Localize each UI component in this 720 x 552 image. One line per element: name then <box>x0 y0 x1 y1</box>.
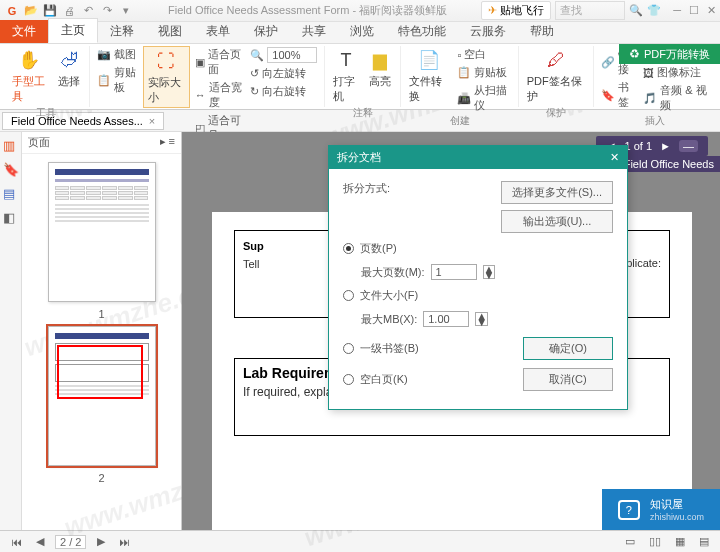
close-icon[interactable]: ✕ <box>707 4 716 17</box>
bookmarks-panel-icon[interactable]: 🔖 <box>3 162 19 178</box>
select-tool-button[interactable]: ⮰选择 <box>53 46 85 91</box>
view-mode-1-icon[interactable]: ▭ <box>622 535 638 548</box>
open-icon[interactable]: 📂 <box>23 3 39 19</box>
radio-blank[interactable]: 空白页(K) <box>343 372 408 387</box>
tab-cloud[interactable]: 云服务 <box>458 20 518 43</box>
tab-file[interactable]: 文件 <box>0 20 48 43</box>
rotate-right-button[interactable]: ↻向右旋转 <box>247 83 320 100</box>
brand-overlay[interactable]: ? 知识屋 zhishiwu.com <box>602 489 720 530</box>
more-files-button[interactable]: 选择更多文件(S)... <box>501 181 613 204</box>
first-page-icon[interactable]: ⏮ <box>8 536 25 548</box>
search-input[interactable]: 查找 <box>555 1 625 20</box>
zoom-control[interactable]: 🔍 100% <box>247 46 320 64</box>
max-mb-input[interactable]: 1.00 <box>423 311 469 327</box>
output-options-button[interactable]: 输出选项(U)... <box>501 210 613 233</box>
method-label: 拆分方式: <box>343 181 390 196</box>
view-mode-3-icon[interactable]: ▦ <box>672 535 688 548</box>
minimize-icon[interactable]: ─ <box>673 4 681 17</box>
view-mode-4-icon[interactable]: ▤ <box>696 535 712 548</box>
tab-protect[interactable]: 保护 <box>242 20 290 43</box>
tab-home[interactable]: 主页 <box>48 18 98 43</box>
tab-view[interactable]: 视图 <box>146 20 194 43</box>
max-pages-label: 最大页数(M): <box>361 265 425 280</box>
save-icon[interactable]: 💾 <box>42 3 58 19</box>
max-mb-label: 最大MB(X): <box>361 312 417 327</box>
radio-bookmark[interactable]: 一级书签(B) <box>343 341 419 356</box>
tab-browse[interactable]: 浏览 <box>338 20 386 43</box>
layers-panel-icon[interactable]: ▤ <box>3 186 19 202</box>
last-page-icon[interactable]: ⏭ <box>116 536 133 548</box>
radio-icon <box>343 374 354 385</box>
fit-width-button[interactable]: ↔适合宽度 <box>192 79 246 111</box>
cancel-button[interactable]: 取消(C) <box>523 368 613 391</box>
collapse-icon[interactable]: — <box>679 140 698 152</box>
spinner-icon[interactable]: ▲▼ <box>475 312 488 326</box>
tab-form[interactable]: 表单 <box>194 20 242 43</box>
bookmark-button[interactable]: 🔖书签 <box>598 79 638 111</box>
pdf-convert-banner[interactable]: ♻ PDF万能转换 <box>619 44 720 64</box>
fly-button[interactable]: ✈贴地飞行 <box>481 1 551 20</box>
thumb-2-number: 2 <box>98 472 104 484</box>
group-insert-label: 插入 <box>645 114 665 129</box>
ok-button[interactable]: 确定(O) <box>523 337 613 360</box>
radio-filesize[interactable]: 文件大小(F) <box>343 288 613 303</box>
camera-icon: 📷 <box>97 48 111 61</box>
spinner-icon[interactable]: ▲▼ <box>483 265 496 279</box>
print-icon[interactable]: 🖨 <box>61 3 77 19</box>
status-bar: ⏮ ◀ 2 / 2 ▶ ⏭ ▭ ▯▯ ▦ ▤ <box>0 530 720 552</box>
viewport-indicator[interactable] <box>57 345 143 399</box>
blank-icon: ▫ <box>457 49 461 61</box>
group-protect-label: 保护 <box>546 106 566 121</box>
image-note-button[interactable]: 🖼图像标注 <box>640 64 712 81</box>
page-number-input[interactable]: 2 / 2 <box>55 535 86 549</box>
attachments-panel-icon[interactable]: ◧ <box>3 210 19 226</box>
brand-url: zhishiwu.com <box>650 512 704 522</box>
pages-panel-icon[interactable]: ▥ <box>3 138 19 154</box>
skin-icon[interactable]: 👕 <box>647 4 661 17</box>
group-create-label: 创建 <box>450 114 470 129</box>
clipboard-button[interactable]: 📋剪贴板 <box>94 64 141 96</box>
ribbon-tabs: 文件 主页 注释 视图 表单 保护 共享 浏览 特色功能 云服务 帮助 <box>0 22 720 44</box>
clipboard2-button[interactable]: 📋剪贴板 <box>454 64 513 81</box>
image-icon: 🖼 <box>643 67 654 79</box>
maximize-icon[interactable]: ☐ <box>689 4 699 17</box>
pdf-sign-button[interactable]: 🖊PDF签名保护 <box>523 46 589 106</box>
blank-button[interactable]: ▫空白 <box>454 46 513 63</box>
thumbnail-2[interactable] <box>48 326 156 466</box>
dialog-close-icon[interactable]: ✕ <box>610 151 619 164</box>
group-comment-label: 注释 <box>353 106 373 121</box>
actual-size-button[interactable]: ⛶实际大小 <box>143 46 190 108</box>
link-icon: 🔗 <box>601 56 615 69</box>
title-bar: G 📂 💾 🖨 ↶ ↷ ▾ Field Office Needs Assessm… <box>0 0 720 22</box>
undo-icon[interactable]: ↶ <box>80 3 96 19</box>
dialog-titlebar[interactable]: 拆分文档 ✕ <box>329 146 627 169</box>
thumbnails-panel: 页面 ▸ ≡ 1 2 <box>22 132 182 530</box>
prev-page-icon[interactable]: ◀ <box>33 535 47 548</box>
hand-tool-button[interactable]: ✋手型工具 <box>8 46 51 106</box>
redo-icon[interactable]: ↷ <box>99 3 115 19</box>
tab-extra[interactable]: 特色功能 <box>386 20 458 43</box>
radio-pages[interactable]: 页数(P) <box>343 241 613 256</box>
scanner-button[interactable]: 📠从扫描仪 <box>454 82 513 114</box>
thumbs-header: 页面 <box>28 135 50 150</box>
search-icon[interactable]: 🔍 <box>629 4 643 17</box>
typewriter-button[interactable]: T打字机 <box>329 46 362 106</box>
brand-icon: ? <box>618 500 640 520</box>
tab-help[interactable]: 帮助 <box>518 20 566 43</box>
window-title: Field Office Needs Assessment Form - 福昕阅… <box>134 3 481 18</box>
max-pages-input[interactable]: 1 <box>431 264 477 280</box>
fit-page-button[interactable]: ▣适合页面 <box>192 46 246 78</box>
audio-video-button[interactable]: 🎵音频 & 视频 <box>640 82 712 114</box>
snapshot-button[interactable]: 📷截图 <box>94 46 141 63</box>
thumbnail-1[interactable] <box>48 162 156 302</box>
qat-more-icon[interactable]: ▾ <box>118 3 134 19</box>
next-page-icon[interactable]: ► <box>660 140 671 152</box>
view-mode-2-icon[interactable]: ▯▯ <box>646 535 664 548</box>
file-convert-button[interactable]: 📄文件转换 <box>405 46 452 106</box>
tab-share[interactable]: 共享 <box>290 20 338 43</box>
highlight-button[interactable]: ▆高亮 <box>364 46 396 91</box>
next-page-icon[interactable]: ▶ <box>94 535 108 548</box>
rotate-left-button[interactable]: ↺向左旋转 <box>247 65 320 82</box>
tab-comment[interactable]: 注释 <box>98 20 146 43</box>
radio-icon <box>343 290 354 301</box>
